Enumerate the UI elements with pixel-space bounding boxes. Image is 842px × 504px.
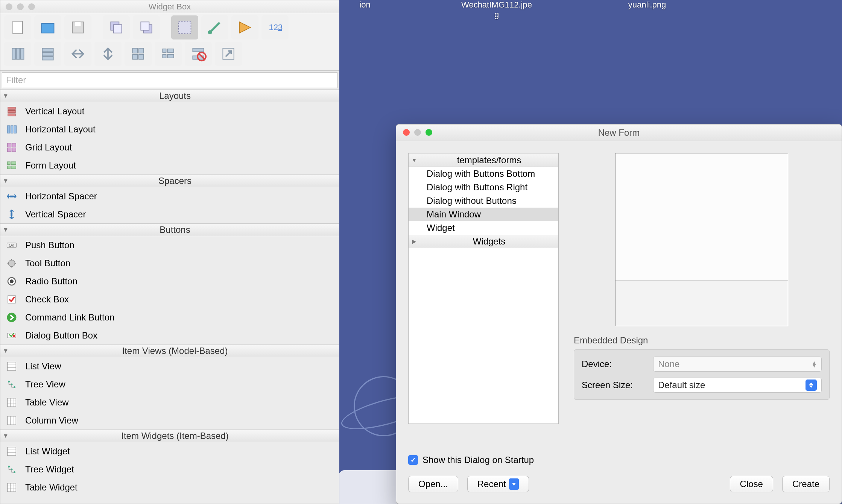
widget-item[interactable]: Table View bbox=[0, 393, 339, 411]
edit-signals-icon[interactable] bbox=[201, 15, 228, 39]
widget-item-label: Tool Button bbox=[25, 258, 70, 269]
tree-header-widgets[interactable]: ▶Widgets bbox=[409, 235, 558, 248]
desktop-file[interactable]: yuanli.png bbox=[609, 0, 685, 10]
save-icon[interactable] bbox=[64, 15, 91, 39]
widget-item[interactable]: List Widget bbox=[0, 442, 339, 460]
widget-item[interactable]: Horizontal Layout bbox=[0, 120, 339, 138]
widget-item-label: Horizontal Layout bbox=[25, 124, 96, 135]
svg-rect-42 bbox=[11, 166, 16, 169]
svg-rect-29 bbox=[8, 107, 15, 109]
widget-item[interactable]: Form Layout bbox=[0, 156, 339, 175]
device-label: Device: bbox=[582, 359, 646, 369]
template-item[interactable]: Dialog with Buttons Right bbox=[409, 181, 558, 194]
close-button[interactable]: Close bbox=[730, 476, 773, 492]
open-file-icon[interactable] bbox=[34, 15, 61, 39]
adjust-size-icon[interactable] bbox=[215, 42, 242, 66]
widget-item[interactable]: Radio Button bbox=[0, 272, 339, 290]
svg-rect-21 bbox=[163, 49, 166, 52]
svg-rect-34 bbox=[14, 126, 16, 133]
widget-icon: OK bbox=[5, 238, 18, 252]
svg-rect-25 bbox=[193, 48, 204, 52]
widget-item-label: List Widget bbox=[25, 446, 70, 457]
widget-item[interactable]: Horizontal Spacer bbox=[0, 187, 339, 205]
category-header[interactable]: ▼Item Views (Model-Based) bbox=[0, 345, 339, 357]
widget-item[interactable]: Tree View bbox=[0, 375, 339, 393]
category-header[interactable]: ▼Layouts bbox=[0, 90, 339, 102]
svg-rect-73 bbox=[8, 483, 16, 492]
svg-point-71 bbox=[11, 468, 13, 470]
widget-item-label: Tree Widget bbox=[25, 464, 74, 475]
widget-item-label: Horizontal Spacer bbox=[25, 191, 97, 202]
dialog-titlebar[interactable]: New Form bbox=[396, 124, 842, 141]
embedded-design-box: Device: None▲▼ Screen Size: Default size bbox=[574, 349, 830, 400]
create-button[interactable]: Create bbox=[782, 476, 830, 492]
svg-rect-22 bbox=[167, 49, 174, 52]
svg-rect-39 bbox=[8, 162, 11, 165]
widget-item[interactable]: Grid Layout bbox=[0, 138, 339, 156]
category-header[interactable]: ▼Item Widgets (Item-Based) bbox=[0, 430, 339, 442]
break-layout-icon[interactable] bbox=[185, 42, 212, 66]
svg-rect-36 bbox=[12, 143, 16, 147]
widget-item-label: Vertical Spacer bbox=[25, 209, 86, 220]
window-titlebar[interactable]: Widget Box bbox=[0, 0, 339, 13]
template-tree[interactable]: ▼templates/forms Dialog with Buttons Bot… bbox=[408, 153, 559, 424]
widget-icon bbox=[5, 208, 18, 221]
layout-v-splitter-icon[interactable] bbox=[94, 42, 122, 66]
widget-item[interactable]: Tool Button bbox=[0, 254, 339, 272]
svg-rect-8 bbox=[179, 21, 191, 34]
desktop-file[interactable]: WechatIMG112.jpeg bbox=[459, 0, 534, 20]
widget-item[interactable]: Tree Widget bbox=[0, 460, 339, 478]
send-back-icon[interactable] bbox=[103, 15, 130, 39]
device-select[interactable]: None▲▼ bbox=[653, 357, 822, 372]
template-item[interactable]: Dialog without Buttons bbox=[409, 194, 558, 208]
new-file-icon[interactable] bbox=[4, 15, 31, 39]
widget-item[interactable]: Dialog Button Box bbox=[0, 326, 339, 345]
form-preview bbox=[615, 153, 788, 326]
bring-front-icon[interactable] bbox=[133, 15, 160, 39]
screen-size-select[interactable]: Default size bbox=[653, 378, 822, 393]
template-item[interactable]: Widget bbox=[409, 221, 558, 235]
widget-icon bbox=[5, 378, 18, 391]
category-header[interactable]: ▼Spacers bbox=[0, 175, 339, 187]
widget-item[interactable]: OKPush Button bbox=[0, 236, 339, 254]
widget-item[interactable]: Command Link Button bbox=[0, 308, 339, 326]
svg-rect-37 bbox=[8, 148, 11, 152]
template-item[interactable]: Dialog with Buttons Bottom bbox=[409, 167, 558, 181]
layout-h-splitter-icon[interactable] bbox=[64, 42, 91, 66]
traffic-lights[interactable] bbox=[6, 3, 35, 10]
layout-form-icon[interactable] bbox=[155, 42, 182, 66]
widget-icon bbox=[5, 414, 18, 427]
category-header[interactable]: ▼Buttons bbox=[0, 223, 339, 236]
widget-item[interactable]: Vertical Layout bbox=[0, 102, 339, 120]
traffic-lights[interactable] bbox=[403, 129, 432, 136]
svg-rect-41 bbox=[8, 166, 11, 169]
filter-input[interactable] bbox=[2, 72, 337, 88]
widget-item-label: Vertical Layout bbox=[25, 106, 84, 117]
template-item[interactable]: Main Window bbox=[409, 208, 558, 221]
widget-item-label: Tree View bbox=[25, 379, 65, 390]
dialog-title: New Form bbox=[598, 128, 640, 138]
recent-button[interactable]: Recent bbox=[467, 476, 529, 492]
tree-header[interactable]: ▼templates/forms bbox=[409, 153, 558, 167]
widget-item[interactable]: Check Box bbox=[0, 290, 339, 308]
widget-item[interactable]: Column View bbox=[0, 411, 339, 430]
widget-item-label: Grid Layout bbox=[25, 142, 72, 153]
widget-item-label: Dialog Button Box bbox=[25, 330, 97, 341]
layout-horizontal-icon[interactable] bbox=[4, 42, 31, 66]
layout-vertical-icon[interactable] bbox=[34, 42, 61, 66]
edit-widgets-icon[interactable] bbox=[171, 15, 198, 39]
widget-item[interactable]: Vertical Spacer bbox=[0, 205, 339, 223]
svg-point-70 bbox=[8, 466, 10, 468]
widget-icon bbox=[5, 481, 18, 494]
widget-item-label: Table View bbox=[25, 397, 69, 408]
edit-tab-order-icon[interactable]: 123 bbox=[261, 15, 289, 39]
svg-rect-24 bbox=[167, 55, 174, 58]
svg-rect-16 bbox=[42, 56, 53, 60]
show-on-startup-checkbox[interactable]: ✓ bbox=[408, 455, 418, 465]
layout-grid-icon[interactable] bbox=[125, 42, 152, 66]
widget-item[interactable]: List View bbox=[0, 357, 339, 375]
widget-item[interactable]: Table Widget bbox=[0, 478, 339, 496]
edit-buddies-icon[interactable] bbox=[231, 15, 258, 39]
open-button[interactable]: Open... bbox=[408, 476, 458, 492]
svg-rect-59 bbox=[8, 398, 16, 407]
